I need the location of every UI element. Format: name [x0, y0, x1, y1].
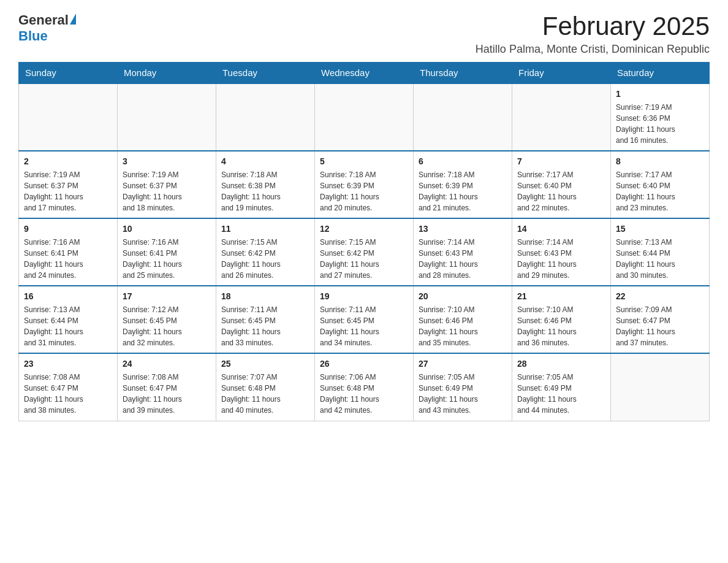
calendar-cell: 6Sunrise: 7:18 AM Sunset: 6:39 PM Daylig… [414, 151, 512, 218]
day-info: Sunrise: 7:19 AM Sunset: 6:37 PM Dayligh… [123, 169, 211, 213]
calendar-cell [315, 83, 414, 151]
day-number: 16 [24, 290, 112, 302]
calendar-cell: 5Sunrise: 7:18 AM Sunset: 6:39 PM Daylig… [315, 151, 414, 218]
day-number: 8 [616, 155, 704, 167]
day-number: 20 [419, 290, 507, 302]
day-info: Sunrise: 7:13 AM Sunset: 6:44 PM Dayligh… [24, 304, 112, 348]
week-row-4: 16Sunrise: 7:13 AM Sunset: 6:44 PM Dayli… [19, 286, 710, 353]
day-number: 24 [123, 358, 211, 370]
calendar-cell [19, 83, 118, 151]
day-info: Sunrise: 7:14 AM Sunset: 6:43 PM Dayligh… [517, 237, 605, 281]
day-info: Sunrise: 7:05 AM Sunset: 6:49 PM Dayligh… [419, 372, 507, 416]
day-info: Sunrise: 7:08 AM Sunset: 6:47 PM Dayligh… [24, 372, 112, 416]
day-info: Sunrise: 7:07 AM Sunset: 6:48 PM Dayligh… [221, 372, 309, 416]
day-number: 7 [517, 155, 605, 167]
day-info: Sunrise: 7:15 AM Sunset: 6:42 PM Dayligh… [320, 237, 408, 281]
calendar-cell: 20Sunrise: 7:10 AM Sunset: 6:46 PM Dayli… [414, 286, 512, 353]
calendar-cell: 10Sunrise: 7:16 AM Sunset: 6:41 PM Dayli… [118, 218, 216, 286]
week-row-3: 9Sunrise: 7:16 AM Sunset: 6:41 PM Daylig… [19, 218, 710, 286]
calendar-cell: 25Sunrise: 7:07 AM Sunset: 6:48 PM Dayli… [216, 353, 315, 421]
calendar-cell [611, 353, 710, 421]
calendar-cell: 15Sunrise: 7:13 AM Sunset: 6:44 PM Dayli… [611, 218, 710, 286]
day-header-friday: Friday [512, 63, 611, 84]
calendar-cell: 19Sunrise: 7:11 AM Sunset: 6:45 PM Dayli… [315, 286, 414, 353]
calendar-cell [118, 83, 216, 151]
calendar-cell: 17Sunrise: 7:12 AM Sunset: 6:45 PM Dayli… [118, 286, 216, 353]
day-header-saturday: Saturday [611, 63, 710, 84]
day-number: 5 [320, 155, 408, 167]
day-info: Sunrise: 7:06 AM Sunset: 6:48 PM Dayligh… [320, 372, 408, 416]
day-info: Sunrise: 7:18 AM Sunset: 6:39 PM Dayligh… [320, 169, 408, 213]
day-number: 4 [221, 155, 309, 167]
calendar-cell: 4Sunrise: 7:18 AM Sunset: 6:38 PM Daylig… [216, 151, 315, 218]
calendar-cell: 21Sunrise: 7:10 AM Sunset: 6:46 PM Dayli… [512, 286, 611, 353]
day-info: Sunrise: 7:08 AM Sunset: 6:47 PM Dayligh… [123, 372, 211, 416]
title-block: February 2025 Hatillo Palma, Monte Crist… [476, 12, 710, 56]
day-info: Sunrise: 7:16 AM Sunset: 6:41 PM Dayligh… [24, 237, 112, 281]
day-number: 23 [24, 358, 112, 370]
calendar-cell: 18Sunrise: 7:11 AM Sunset: 6:45 PM Dayli… [216, 286, 315, 353]
day-number: 22 [616, 290, 704, 302]
day-number: 12 [320, 223, 408, 235]
day-info: Sunrise: 7:13 AM Sunset: 6:44 PM Dayligh… [616, 237, 704, 281]
calendar-cell: 2Sunrise: 7:19 AM Sunset: 6:37 PM Daylig… [19, 151, 118, 218]
logo-triangle-icon [70, 13, 76, 25]
day-info: Sunrise: 7:05 AM Sunset: 6:49 PM Dayligh… [517, 372, 605, 416]
day-number: 13 [419, 223, 507, 235]
week-row-1: 1Sunrise: 7:19 AM Sunset: 6:36 PM Daylig… [19, 83, 710, 151]
day-number: 3 [123, 155, 211, 167]
day-number: 9 [24, 223, 112, 235]
day-number: 26 [320, 358, 408, 370]
day-number: 6 [419, 155, 507, 167]
day-number: 1 [616, 88, 704, 100]
day-info: Sunrise: 7:11 AM Sunset: 6:45 PM Dayligh… [221, 304, 309, 348]
day-info: Sunrise: 7:18 AM Sunset: 6:38 PM Dayligh… [221, 169, 309, 213]
day-number: 19 [320, 290, 408, 302]
calendar-cell: 8Sunrise: 7:17 AM Sunset: 6:40 PM Daylig… [611, 151, 710, 218]
day-info: Sunrise: 7:17 AM Sunset: 6:40 PM Dayligh… [517, 169, 605, 213]
day-header-monday: Monday [118, 63, 216, 84]
calendar-table: SundayMondayTuesdayWednesdayThursdayFrid… [18, 62, 710, 421]
calendar-cell [216, 83, 315, 151]
day-header-sunday: Sunday [19, 63, 118, 84]
calendar-cell [414, 83, 512, 151]
day-info: Sunrise: 7:15 AM Sunset: 6:42 PM Dayligh… [221, 237, 309, 281]
page-header: General Blue February 2025 Hatillo Palma… [18, 12, 710, 56]
calendar-cell: 11Sunrise: 7:15 AM Sunset: 6:42 PM Dayli… [216, 218, 315, 286]
calendar-cell: 3Sunrise: 7:19 AM Sunset: 6:37 PM Daylig… [118, 151, 216, 218]
day-info: Sunrise: 7:12 AM Sunset: 6:45 PM Dayligh… [123, 304, 211, 348]
location-title: Hatillo Palma, Monte Cristi, Dominican R… [476, 43, 710, 56]
calendar-cell: 24Sunrise: 7:08 AM Sunset: 6:47 PM Dayli… [118, 353, 216, 421]
day-info: Sunrise: 7:16 AM Sunset: 6:41 PM Dayligh… [123, 237, 211, 281]
logo-general-text: General [18, 12, 69, 28]
week-row-5: 23Sunrise: 7:08 AM Sunset: 6:47 PM Dayli… [19, 353, 710, 421]
week-row-2: 2Sunrise: 7:19 AM Sunset: 6:37 PM Daylig… [19, 151, 710, 218]
day-info: Sunrise: 7:18 AM Sunset: 6:39 PM Dayligh… [419, 169, 507, 213]
day-number: 25 [221, 358, 309, 370]
day-info: Sunrise: 7:19 AM Sunset: 6:36 PM Dayligh… [616, 102, 704, 146]
day-info: Sunrise: 7:11 AM Sunset: 6:45 PM Dayligh… [320, 304, 408, 348]
day-number: 27 [419, 358, 507, 370]
day-number: 2 [24, 155, 112, 167]
calendar-cell: 7Sunrise: 7:17 AM Sunset: 6:40 PM Daylig… [512, 151, 611, 218]
calendar-cell: 28Sunrise: 7:05 AM Sunset: 6:49 PM Dayli… [512, 353, 611, 421]
day-number: 14 [517, 223, 605, 235]
calendar-cell: 9Sunrise: 7:16 AM Sunset: 6:41 PM Daylig… [19, 218, 118, 286]
calendar-cell: 1Sunrise: 7:19 AM Sunset: 6:36 PM Daylig… [611, 83, 710, 151]
day-info: Sunrise: 7:17 AM Sunset: 6:40 PM Dayligh… [616, 169, 704, 213]
day-header-thursday: Thursday [414, 63, 512, 84]
day-info: Sunrise: 7:09 AM Sunset: 6:47 PM Dayligh… [616, 304, 704, 348]
day-number: 10 [123, 223, 211, 235]
day-header-tuesday: Tuesday [216, 63, 315, 84]
day-number: 17 [123, 290, 211, 302]
day-number: 15 [616, 223, 704, 235]
day-number: 18 [221, 290, 309, 302]
month-title: February 2025 [476, 12, 710, 40]
calendar-cell: 26Sunrise: 7:06 AM Sunset: 6:48 PM Dayli… [315, 353, 414, 421]
calendar-cell: 12Sunrise: 7:15 AM Sunset: 6:42 PM Dayli… [315, 218, 414, 286]
calendar-cell: 22Sunrise: 7:09 AM Sunset: 6:47 PM Dayli… [611, 286, 710, 353]
calendar-cell: 23Sunrise: 7:08 AM Sunset: 6:47 PM Dayli… [19, 353, 118, 421]
calendar-cell: 14Sunrise: 7:14 AM Sunset: 6:43 PM Dayli… [512, 218, 611, 286]
calendar-cell: 16Sunrise: 7:13 AM Sunset: 6:44 PM Dayli… [19, 286, 118, 353]
day-info: Sunrise: 7:10 AM Sunset: 6:46 PM Dayligh… [419, 304, 507, 348]
